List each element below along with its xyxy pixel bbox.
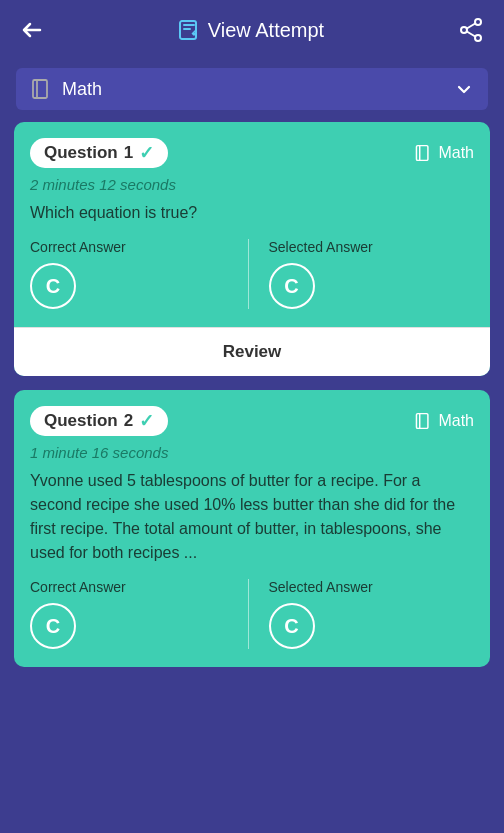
svg-line-4 — [467, 24, 475, 29]
question-header-1: Question 1 ✓ Math — [30, 138, 474, 168]
share-icon — [458, 17, 484, 43]
check-icon-2: ✓ — [139, 410, 154, 432]
question-number-2: 2 — [124, 411, 133, 431]
book-icon-q1 — [414, 144, 432, 162]
correct-answer-col-2: Correct Answer C — [30, 579, 249, 649]
selected-answer-circle-2: C — [269, 603, 315, 649]
correct-answer-circle-2: C — [30, 603, 76, 649]
selected-answer-col-1: Selected Answer C — [249, 239, 475, 309]
subject-selector[interactable]: Math — [16, 68, 488, 110]
questions-area: Question 1 ✓ Math 2 minutes 12 seconds W… — [0, 122, 504, 667]
question-badge-1: Question 1 ✓ — [30, 138, 168, 168]
correct-answer-label-1: Correct Answer — [30, 239, 236, 255]
question-text-1: Which equation is true? — [30, 201, 474, 225]
selected-answer-col-2: Selected Answer C — [249, 579, 475, 649]
question-card-1: Question 1 ✓ Math 2 minutes 12 seconds W… — [14, 122, 490, 376]
question-subject-tag-1: Math — [414, 144, 474, 162]
correct-answer-label-2: Correct Answer — [30, 579, 236, 595]
header: View Attempt — [0, 0, 504, 60]
subject-label: Math — [62, 79, 102, 100]
correct-answer-circle-1: C — [30, 263, 76, 309]
check-icon-1: ✓ — [139, 142, 154, 164]
selected-answer-label-2: Selected Answer — [269, 579, 475, 595]
question-subject-2: Math — [438, 412, 474, 430]
correct-answer-col-1: Correct Answer C — [30, 239, 249, 309]
svg-rect-10 — [417, 414, 428, 429]
selected-answer-label-1: Selected Answer — [269, 239, 475, 255]
book-icon-q2 — [414, 412, 432, 430]
answers-row-1: Correct Answer C Selected Answer C — [30, 239, 474, 309]
selected-answer-circle-1: C — [269, 263, 315, 309]
question-number-1: 1 — [124, 143, 133, 163]
subject-selector-left: Math — [30, 78, 102, 100]
svg-line-5 — [467, 32, 475, 37]
share-button[interactable] — [454, 13, 488, 47]
svg-point-1 — [475, 19, 481, 25]
question-prefix-2: Question — [44, 411, 118, 431]
svg-rect-8 — [417, 146, 428, 161]
question-time-1: 2 minutes 12 seconds — [30, 176, 474, 193]
question-prefix-1: Question — [44, 143, 118, 163]
svg-rect-6 — [33, 80, 47, 98]
question-subject-1: Math — [438, 144, 474, 162]
header-title: View Attempt — [178, 19, 324, 42]
edit-icon — [178, 19, 200, 41]
question-subject-tag-2: Math — [414, 412, 474, 430]
question-body-2: Question 2 ✓ Math 1 minute 16 seconds Yv… — [14, 390, 490, 667]
question-time-2: 1 minute 16 seconds — [30, 444, 474, 461]
book-icon — [30, 78, 52, 100]
question-header-2: Question 2 ✓ Math — [30, 406, 474, 436]
svg-point-3 — [475, 35, 481, 41]
question-text-2: Yvonne used 5 tablespoons of butter for … — [30, 469, 474, 565]
back-button[interactable] — [16, 14, 48, 46]
question-badge-2: Question 2 ✓ — [30, 406, 168, 436]
answers-row-2: Correct Answer C Selected Answer C — [30, 579, 474, 649]
view-attempt-title: View Attempt — [208, 19, 324, 42]
review-button-1[interactable]: Review — [14, 327, 490, 376]
chevron-down-icon — [454, 79, 474, 99]
question-body-1: Question 1 ✓ Math 2 minutes 12 seconds W… — [14, 122, 490, 327]
question-card-2: Question 2 ✓ Math 1 minute 16 seconds Yv… — [14, 390, 490, 667]
svg-point-2 — [461, 27, 467, 33]
